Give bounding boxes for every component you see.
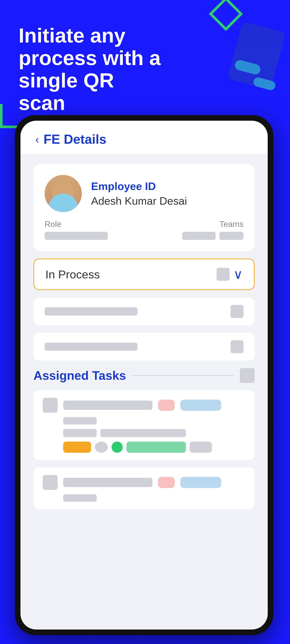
role-section: Role xyxy=(45,220,140,240)
task-title-1 xyxy=(63,400,152,410)
task-badge-blue-1 xyxy=(180,400,221,411)
chevron-down-icon: ∨ xyxy=(233,267,243,282)
task-card-1 xyxy=(34,390,255,460)
teams-section: Teams xyxy=(148,220,243,240)
app-header: ‹ FE Details xyxy=(21,121,268,154)
list-item-1-icon xyxy=(230,305,243,318)
task-badge-pink-2 xyxy=(158,477,175,488)
assigned-tasks-title: Assigned Tasks xyxy=(34,368,126,382)
task-sub-2 xyxy=(63,494,97,502)
role-value-skeleton xyxy=(45,232,108,240)
tag-green-dot-1 xyxy=(112,442,123,453)
back-button[interactable]: ‹ xyxy=(35,133,39,146)
avatar xyxy=(45,175,82,212)
task-title-2 xyxy=(63,478,152,487)
process-right: ∨ xyxy=(217,267,243,282)
process-dropdown[interactable]: In Process ∨ xyxy=(34,258,255,290)
list-item-1[interactable] xyxy=(34,298,255,325)
role-label: Role xyxy=(45,220,140,229)
task-row-meta-1 xyxy=(63,429,245,437)
task-sub-1 xyxy=(63,417,97,424)
tag-circle-1 xyxy=(95,442,108,453)
meta-bar-1b xyxy=(100,429,186,437)
list-item-2-bar xyxy=(45,342,138,351)
task-row-top-1 xyxy=(43,398,245,412)
tasks-add-button[interactable] xyxy=(240,368,255,383)
team-badge-2 xyxy=(219,232,243,240)
team-badge-1 xyxy=(182,232,216,240)
task-card-2 xyxy=(34,468,255,509)
employee-info: Employee ID Adesh Kumar Desai xyxy=(45,175,243,212)
employee-text: Employee ID Adesh Kumar Desai xyxy=(91,180,187,207)
process-badge xyxy=(217,268,230,281)
phone-decoration xyxy=(227,21,286,90)
content-area: Employee ID Adesh Kumar Desai Role Teams xyxy=(21,154,268,630)
tasks-divider xyxy=(132,375,234,376)
tag-gray-1 xyxy=(190,442,212,453)
diamond-decoration xyxy=(209,0,243,31)
task-badge-pink-1 xyxy=(158,400,175,411)
hero-title: Initiate any process with a single QR sc… xyxy=(19,24,164,114)
assigned-tasks-header: Assigned Tasks xyxy=(34,368,255,383)
employee-name: Adesh Kumar Desai xyxy=(91,194,187,207)
avatar-body xyxy=(48,194,78,212)
process-label: In Process xyxy=(45,268,100,281)
phone-screen: ‹ FE Details Employee ID Adesh xyxy=(21,121,268,630)
page-title: FE Details xyxy=(44,132,106,147)
task-checkbox-2[interactable] xyxy=(43,475,58,490)
employee-card: Employee ID Adesh Kumar Desai Role Teams xyxy=(34,164,255,251)
task-checkbox-1[interactable] xyxy=(43,398,58,412)
teams-label: Teams xyxy=(219,220,243,229)
tag-green-bar-1 xyxy=(126,442,186,453)
role-teams-row: Role Teams xyxy=(45,220,243,240)
list-item-2-icon xyxy=(230,340,243,353)
phone-mockup: ‹ FE Details Employee ID Adesh xyxy=(15,115,273,635)
task-row-top-2 xyxy=(43,475,245,490)
list-item-1-bar xyxy=(45,307,138,316)
task-row-tags-1 xyxy=(63,442,245,453)
list-item-2[interactable] xyxy=(34,333,255,361)
employee-id-label: Employee ID xyxy=(91,180,187,192)
avatar-face xyxy=(45,175,82,212)
teams-badges xyxy=(182,232,243,240)
tag-orange-1 xyxy=(63,442,91,453)
meta-bar-1a xyxy=(63,429,97,437)
task-badge-blue-2 xyxy=(180,477,221,488)
